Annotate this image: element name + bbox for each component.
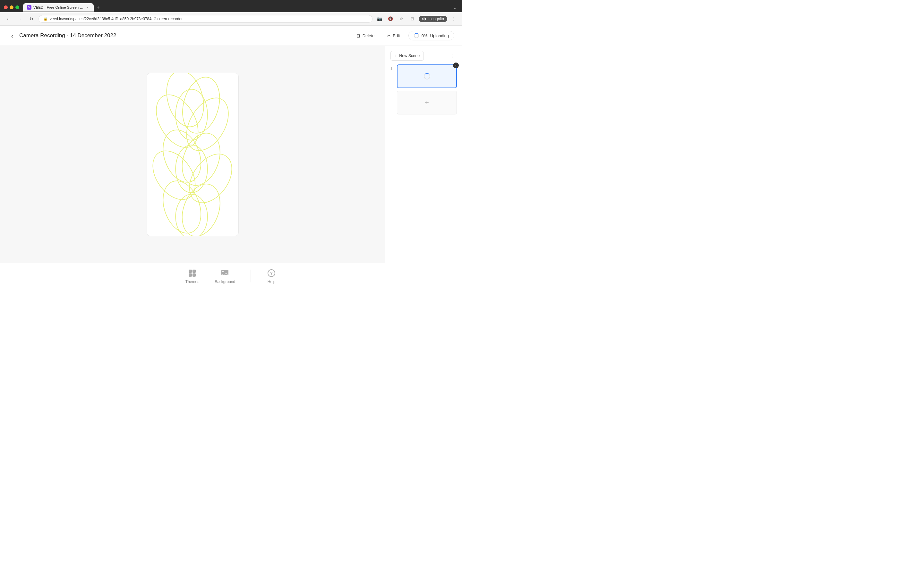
incognito-button[interactable]: Incognito [419,16,447,22]
themes-label: Themes [186,279,199,284]
main-area: + New Scene ⋮ 1 × [0,46,462,263]
bookmark-icon[interactable]: ☆ [397,15,406,23]
scene-number-1: 1 [391,66,394,70]
svg-point-2 [148,87,207,155]
scene-add-number: 2 [391,93,394,97]
scene-loading-spinner [424,73,430,79]
delete-icon: 🗑 [356,33,360,38]
svg-rect-14 [192,269,196,273]
svg-point-11 [175,179,226,235]
themes-icon [187,268,197,278]
svg-point-1 [176,73,225,137]
svg-point-7 [147,143,204,207]
svg-rect-16 [192,274,196,277]
active-tab[interactable]: V VEED - Free Online Screen & V × [23,3,94,11]
scenes-more-button[interactable]: ⋮ [447,51,457,61]
svg-rect-15 [189,274,192,277]
scene-add-row: 2 + [391,91,457,114]
address-bar[interactable]: 🔒 veed.io/workspaces/22ce6d2f-38c5-4df1-… [39,15,373,23]
back-nav-button[interactable]: ← [4,15,13,23]
traffic-lights [4,5,19,9]
page-title: Camera Recording - 14 December 2022 [19,32,352,39]
background-icon [220,268,230,278]
nav-actions: 📷 🔇 ☆ ⊡ Incognito ⋮ [375,15,458,23]
incognito-icon [422,17,426,21]
add-scene-icon: + [425,98,429,107]
tab-title: VEED - Free Online Screen & V [33,5,84,9]
scene-header: + New Scene ⋮ [391,51,457,61]
app-content: ‹ Camera Recording - 14 December 2022 🗑 … [0,26,462,288]
scenes-list: 1 × 2 + [391,64,457,114]
scene-close-button[interactable]: × [453,63,459,68]
tab-list-button[interactable]: ⌄ [453,5,458,10]
minimize-window-button[interactable] [10,5,13,9]
address-text: veed.io/workspaces/22ce6d2f-38c5-4df1-a8… [50,17,183,21]
svg-point-9 [176,145,207,193]
more-options-button[interactable]: ⋮ [449,15,458,23]
svg-point-5 [156,124,208,187]
tab-favicon: V [27,5,31,10]
canvas-area [0,46,385,263]
svg-point-0 [161,73,210,131]
nav-bar: ← → ↻ 🔒 veed.io/workspaces/22ce6d2f-38c5… [0,12,462,26]
background-button[interactable]: Background [215,268,235,284]
help-icon: ? [266,268,276,278]
browser-chrome: V VEED - Free Online Screen & V × + ⌄ ← … [0,0,462,26]
canvas-preview [147,73,239,236]
new-tab-button[interactable]: + [94,3,103,12]
scene-thumbnail-1[interactable]: × [397,64,457,88]
forward-nav-button[interactable]: → [15,15,24,23]
header-actions: 🗑 Delete ✂ Edit 0% Uploading [352,31,454,40]
bottom-divider [250,269,251,282]
scene-row-1: 1 × [391,64,457,88]
svg-point-12 [176,194,207,236]
delete-button[interactable]: 🗑 Delete [352,31,379,40]
right-panel: + New Scene ⋮ 1 × [385,46,462,263]
upload-label: Uploading [430,33,449,38]
themes-button[interactable]: Themes [186,268,199,284]
svg-text:?: ? [270,271,273,276]
close-window-button[interactable] [4,5,8,9]
edit-button[interactable]: ✂ Edit [383,31,404,40]
new-scene-plus-icon: + [395,53,397,58]
maximize-window-button[interactable] [15,5,19,9]
new-scene-button[interactable]: + New Scene [391,51,424,61]
app-header: ‹ Camera Recording - 14 December 2022 🗑 … [0,26,462,46]
upload-spinner-icon [414,33,419,38]
camera-icon[interactable]: 📷 [375,15,384,23]
bottom-bar: Themes Background ? Help [0,263,462,288]
upload-status-button[interactable]: 0% Uploading [409,31,454,40]
incognito-label: Incognito [428,17,444,21]
svg-point-18 [222,271,224,272]
help-label: Help [268,279,276,284]
reload-button[interactable]: ↻ [27,15,36,23]
svg-rect-13 [189,269,192,273]
canvas-svg [147,73,238,236]
background-label: Background [215,279,235,284]
add-scene-button[interactable]: + [397,91,457,114]
help-button[interactable]: ? Help [266,268,276,284]
back-button[interactable]: ‹ [8,31,17,40]
upload-percent: 0% [422,33,428,38]
scene-close-icon: × [455,64,457,67]
lock-icon: 🔒 [43,17,48,21]
tab-close-button[interactable]: × [86,5,90,10]
mute-icon[interactable]: 🔇 [386,15,395,23]
tab-bar: V VEED - Free Online Screen & V × + ⌄ [0,0,462,12]
edit-scissors-icon: ✂ [387,33,391,38]
sidebar-toggle-button[interactable]: ⊡ [408,15,417,23]
